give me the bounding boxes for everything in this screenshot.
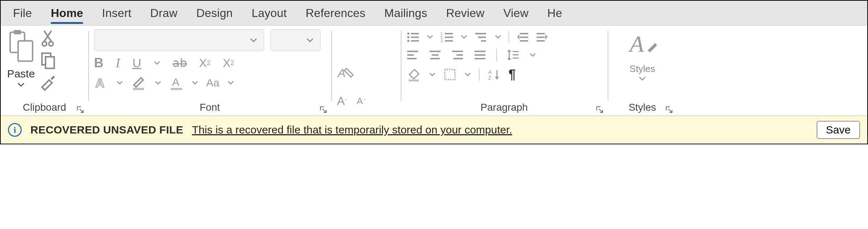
italic-button[interactable]: I (116, 55, 120, 71)
svg-rect-41 (454, 58, 463, 59)
align-left-button[interactable] (407, 50, 419, 60)
tab-home[interactable]: Home (41, 1, 93, 25)
separator (496, 49, 497, 61)
sort-button[interactable]: AZ (488, 68, 501, 81)
text-effects-button[interactable]: A (94, 76, 109, 90)
group-paragraph-title: Paragraph (481, 102, 528, 113)
paste-button[interactable]: Paste (7, 29, 35, 87)
svg-rect-28 (520, 37, 528, 38)
svg-text:3: 3 (441, 39, 443, 42)
clear-format-icon: A (337, 65, 354, 81)
svg-rect-48 (409, 80, 419, 81)
multilevel-button[interactable] (475, 31, 488, 42)
tab-help[interactable]: He (538, 1, 571, 25)
change-case-dropdown[interactable] (227, 81, 234, 85)
multilevel-dropdown[interactable] (495, 35, 501, 39)
svg-rect-24 (475, 33, 486, 34)
font-color-button[interactable]: A (169, 75, 184, 91)
copy-icon (41, 52, 55, 69)
tab-layout[interactable]: Layout (242, 1, 296, 25)
subscript-button[interactable]: X2 (199, 56, 210, 70)
underline-dropdown[interactable] (154, 61, 160, 65)
borders-button[interactable] (443, 68, 456, 81)
shrink-font-button[interactable]: A˅ (357, 96, 365, 107)
bold-button[interactable]: B (94, 55, 103, 71)
svg-rect-25 (478, 37, 486, 38)
styles-gallery-button[interactable]: A Styles (627, 29, 658, 81)
line-spacing-dropdown[interactable] (529, 53, 536, 57)
save-button[interactable]: Save (817, 121, 860, 139)
tab-draw[interactable]: Draw (141, 1, 187, 25)
svg-rect-15 (411, 37, 419, 38)
highlight-dropdown[interactable] (155, 81, 161, 85)
line-spacing-icon (507, 49, 519, 61)
tab-insert[interactable]: Insert (93, 1, 141, 25)
svg-rect-45 (513, 51, 519, 52)
grow-font-button[interactable]: A˄ (337, 94, 347, 108)
group-styles-title: Styles (629, 102, 656, 113)
increase-indent-icon (536, 31, 548, 42)
group-font: B I U a̶b̶ X2 X2 A (88, 26, 331, 115)
highlight-button[interactable] (131, 75, 147, 91)
justify-button[interactable] (474, 50, 486, 60)
clear-formatting-button[interactable]: A (337, 65, 354, 81)
numbering-icon: 123 (441, 31, 454, 42)
change-case-button[interactable]: Aa (206, 77, 220, 89)
group-font-title: Font (200, 102, 220, 113)
bullets-dropdown[interactable] (427, 35, 433, 39)
copy-button[interactable] (40, 52, 56, 69)
dialog-launcher-icon (76, 105, 85, 114)
svg-point-4 (49, 42, 53, 46)
clipboard-launcher[interactable] (76, 105, 85, 114)
format-painter-button[interactable] (40, 74, 56, 92)
svg-rect-39 (452, 51, 463, 52)
svg-text:A: A (95, 76, 105, 90)
increase-indent-button[interactable] (536, 31, 548, 42)
svg-rect-34 (407, 54, 414, 56)
svg-rect-10 (171, 88, 182, 90)
tab-review[interactable]: Review (437, 1, 494, 25)
separator (509, 31, 509, 43)
text-effects-dropdown[interactable] (116, 81, 123, 85)
svg-rect-38 (430, 58, 440, 59)
tab-file[interactable]: File (4, 1, 41, 25)
font-color-dropdown[interactable] (192, 81, 198, 85)
recovered-file-bar: i RECOVERED UNSAVED FILE This is a recov… (1, 116, 867, 144)
bullets-button[interactable] (407, 31, 420, 42)
svg-rect-40 (456, 54, 463, 56)
tab-mailings[interactable]: Mailings (375, 1, 437, 25)
svg-rect-31 (537, 37, 545, 38)
svg-text:Z: Z (488, 75, 492, 81)
decrease-indent-button[interactable] (516, 31, 529, 42)
tab-references[interactable]: References (296, 1, 375, 25)
svg-rect-47 (513, 58, 519, 59)
notification-message[interactable]: This is a recovered file that is tempora… (192, 124, 808, 136)
font-name-combo[interactable] (94, 29, 264, 51)
align-center-button[interactable] (429, 50, 441, 60)
font-launcher[interactable] (319, 105, 328, 114)
svg-rect-35 (407, 58, 417, 59)
shading-dropdown[interactable] (429, 72, 435, 77)
tab-view[interactable]: View (494, 1, 538, 25)
tab-design[interactable]: Design (187, 1, 242, 25)
align-right-button[interactable] (451, 50, 464, 60)
strikethrough-button[interactable]: a̶b̶ (173, 56, 187, 70)
cut-button[interactable] (40, 29, 56, 47)
numbering-button[interactable]: 123 (441, 31, 454, 42)
superscript-button[interactable]: X2 (223, 56, 234, 70)
shading-button[interactable] (407, 67, 421, 82)
font-size-combo[interactable] (271, 29, 320, 51)
svg-rect-49 (445, 69, 455, 80)
svg-rect-26 (481, 40, 486, 42)
paragraph-launcher[interactable] (595, 105, 604, 114)
svg-rect-46 (513, 54, 519, 55)
svg-rect-19 (445, 33, 453, 34)
separator (479, 68, 480, 81)
numbering-dropdown[interactable] (461, 35, 467, 39)
line-spacing-button[interactable] (507, 49, 519, 61)
styles-launcher[interactable] (665, 105, 673, 114)
borders-dropdown[interactable] (464, 72, 471, 77)
show-marks-button[interactable]: ¶ (509, 67, 516, 82)
svg-rect-1 (14, 30, 21, 34)
underline-button[interactable]: U (132, 56, 141, 70)
